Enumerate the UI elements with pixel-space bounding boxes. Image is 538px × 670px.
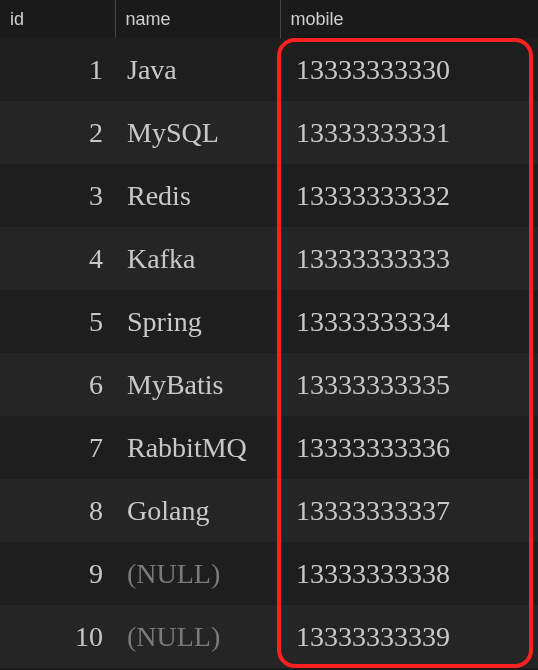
cell-mobile[interactable]: 13333333330 (280, 38, 538, 101)
cell-name[interactable]: Redis (115, 164, 280, 227)
cell-mobile[interactable]: 13333333332 (280, 164, 538, 227)
cell-mobile[interactable]: 13333333335 (280, 353, 538, 416)
table-row[interactable]: 7RabbitMQ13333333336 (0, 416, 538, 479)
table-row[interactable]: 1Java13333333330 (0, 38, 538, 101)
data-table: id name mobile 1Java133333333302MySQL133… (0, 0, 538, 668)
cell-name[interactable]: Golang (115, 479, 280, 542)
cell-name[interactable]: RabbitMQ (115, 416, 280, 479)
cell-name[interactable]: Spring (115, 290, 280, 353)
table-row[interactable]: 6MyBatis13333333335 (0, 353, 538, 416)
cell-id[interactable]: 5 (0, 290, 115, 353)
cell-mobile[interactable]: 13333333331 (280, 101, 538, 164)
column-header-name[interactable]: name (115, 0, 280, 38)
table-body: 1Java133333333302MySQL133333333313Redis1… (0, 38, 538, 668)
table-header-row: id name mobile (0, 0, 538, 38)
cell-id[interactable]: 1 (0, 38, 115, 101)
cell-mobile[interactable]: 13333333339 (280, 605, 538, 668)
table-row[interactable]: 8Golang13333333337 (0, 479, 538, 542)
cell-id[interactable]: 3 (0, 164, 115, 227)
cell-id[interactable]: 4 (0, 227, 115, 290)
cell-id[interactable]: 7 (0, 416, 115, 479)
cell-mobile[interactable]: 13333333337 (280, 479, 538, 542)
cell-name[interactable]: Kafka (115, 227, 280, 290)
cell-mobile[interactable]: 13333333333 (280, 227, 538, 290)
cell-id[interactable]: 8 (0, 479, 115, 542)
table-row[interactable]: 4Kafka13333333333 (0, 227, 538, 290)
table-row[interactable]: 9(NULL)13333333338 (0, 542, 538, 605)
table-row[interactable]: 10(NULL)13333333339 (0, 605, 538, 668)
table-row[interactable]: 3Redis13333333332 (0, 164, 538, 227)
cell-name[interactable]: MyBatis (115, 353, 280, 416)
table-row[interactable]: 5Spring13333333334 (0, 290, 538, 353)
cell-mobile[interactable]: 13333333334 (280, 290, 538, 353)
cell-mobile[interactable]: 13333333338 (280, 542, 538, 605)
cell-name[interactable]: (NULL) (115, 542, 280, 605)
cell-name[interactable]: MySQL (115, 101, 280, 164)
cell-mobile[interactable]: 13333333336 (280, 416, 538, 479)
column-header-id[interactable]: id (0, 0, 115, 38)
cell-name[interactable]: Java (115, 38, 280, 101)
column-header-mobile[interactable]: mobile (280, 0, 538, 38)
cell-id[interactable]: 2 (0, 101, 115, 164)
cell-name[interactable]: (NULL) (115, 605, 280, 668)
cell-id[interactable]: 9 (0, 542, 115, 605)
cell-id[interactable]: 10 (0, 605, 115, 668)
table-row[interactable]: 2MySQL13333333331 (0, 101, 538, 164)
cell-id[interactable]: 6 (0, 353, 115, 416)
